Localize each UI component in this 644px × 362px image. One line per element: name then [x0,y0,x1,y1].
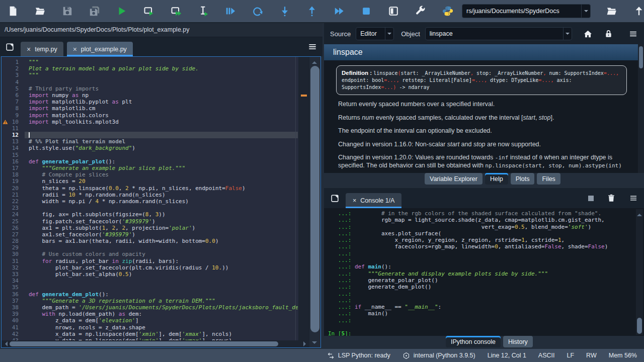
working-directory-combobox[interactable] [462,4,591,18]
help-paragraph: Return evenly spaced numbers over a spec… [338,101,625,109]
line-number: 9 [2,112,25,119]
stop-button[interactable] [360,5,372,17]
code-text: nrows, ncols = z_data.shape [25,324,298,331]
line-number: 29 [2,244,25,251]
help-object-input[interactable] [426,30,563,37]
home-icon[interactable] [583,29,593,39]
browse-tabs-icon[interactable] [330,194,340,203]
help-scroll-thumb[interactable] [639,46,643,68]
scroll-up-arrow-icon[interactable] [637,211,642,216]
code-line: 1""" [2,59,298,65]
close-icon[interactable]: × [353,197,356,204]
line-number: 5 [2,85,25,92]
step-return-button[interactable] [306,5,318,17]
interrupt-kernel-icon[interactable] [588,196,594,201]
scroll-right-arrow-icon[interactable] [303,341,308,346]
step-into-button[interactable] [279,5,291,17]
code-line: 42 x_data = np.linspace(dem['xmin'], dem… [2,331,298,337]
chevron-down-icon[interactable] [563,28,572,40]
chevron-down-icon[interactable] [385,28,393,40]
line-number: 12 [2,132,25,138]
line-number: 24 [2,211,25,218]
scroll-left-arrow-icon[interactable] [3,341,8,346]
console-options-menu-icon[interactable] [629,194,638,203]
code-editor[interactable]: 1"""2Plot a terrain model and a polar pl… [1,56,321,348]
line-number: 19 [2,178,25,185]
save-all-button[interactable] [89,5,101,17]
line-number: 42 [2,331,25,337]
re-run-cell-button[interactable] [252,5,264,17]
code-text: import matplotlib.colors [25,112,298,119]
run-file-button[interactable] [116,5,128,17]
chevron-down-icon[interactable] [581,5,590,18]
editor-horizontal-scrollbar[interactable] [2,340,309,347]
run-selection-button[interactable] [197,5,209,17]
code-line: 16def generate_polar_plot(): [2,158,298,165]
editor-scrollflag-area [298,57,309,340]
scroll-down-arrow-icon[interactable] [637,329,642,334]
maximize-pane-button[interactable] [387,5,399,17]
pane-tab-help[interactable]: Help [485,173,508,185]
browse-working-directory-button[interactable] [606,5,618,17]
code-text: def generate_polar_plot(): [25,158,298,165]
pane-tab-history[interactable]: History [503,336,533,347]
help-source-value: Editor [356,30,385,37]
console-tab-label: Console 1/A [360,197,394,204]
code-line: 33 plot_bar.set_alpha(0.5) [2,271,298,278]
preferences-button[interactable] [415,5,427,17]
help-source-select[interactable]: Editor [356,27,394,40]
code-text: for radius, plot_bar in zip(radii, bars)… [25,258,298,264]
save-button[interactable] [61,5,73,17]
console-line: ...: facecolors=rgb_map, linewidth=0, an… [328,243,644,250]
help-object-combobox[interactable] [425,27,572,40]
browse-tabs-icon[interactable] [5,42,15,52]
code-line: 3""" [2,72,298,78]
new-file-button[interactable] [7,5,19,17]
scroll-down-arrow-icon[interactable] [312,341,317,346]
editor-options-menu-icon[interactable] [307,42,317,52]
code-text: ax1 = plt.subplot(1, 2, 2, projection='p… [25,225,298,231]
help-scrollbar[interactable] [638,44,644,173]
pane-tab-plots[interactable]: Plots [511,173,535,185]
editor-file-path: /Users/juanis/Documents/SpyderDocs/Plots… [0,23,323,37]
trash-icon[interactable] [607,194,616,203]
code-text [25,152,298,158]
open-file-button[interactable] [34,5,46,17]
status-bar: LSP Python: readyinternal (Python 3.9.5)… [0,349,644,362]
status-item: internal (Python 3.9.5) [403,352,475,359]
line-number: 1 [2,59,25,65]
ipython-console[interactable]: ...: # in the rgb colors of the shaded s… [324,208,644,336]
continue-button[interactable] [333,5,345,17]
lock-icon[interactable] [604,29,613,39]
line-number: 17 [2,165,25,171]
help-options-menu-icon[interactable] [628,29,638,39]
line-number: 27 [2,231,25,238]
parent-directory-button[interactable] [633,5,644,17]
close-icon[interactable]: × [73,46,77,53]
pane-tab-variable-explorer[interactable]: Variable Explorer [425,173,482,185]
console-tab[interactable]: × Console 1/A [346,193,401,208]
editor-vscroll-thumb[interactable] [310,66,319,332]
scroll-up-arrow-icon[interactable] [312,59,317,64]
editor-vertical-scrollbar[interactable] [309,57,320,347]
editor-tab-temp.py[interactable]: ×temp.py [21,42,63,56]
code-line: 25 fig.patch.set_facecolor('#395979') [2,218,298,225]
status-item: Mem 56% [609,352,637,359]
close-icon[interactable]: × [27,46,31,53]
working-directory-input[interactable] [462,8,581,15]
lsp-icon [327,352,335,359]
editor-tab-plot_example.py[interactable]: ×plot_example.py [67,42,133,56]
run-cell-and-advance-button[interactable] [170,5,182,17]
editor-code[interactable]: 1"""2Plot a terrain model and a polar pl… [2,59,298,344]
debug-file-button[interactable] [224,5,236,17]
console-line: ...: vert_exag=0.5, blend_mode='soft') [328,224,644,230]
help-paragraph: Changed in version 1.20.0: Values are ro… [338,154,625,169]
code-line: 4 [2,79,298,85]
console-line: ...: generate_dem_plot() [328,284,644,290]
pane-tab-ipython-console[interactable]: IPython console [446,336,501,347]
console-line: ...: [328,250,644,257]
editor-hscroll-thumb[interactable] [10,341,278,346]
run-cell-button[interactable] [143,5,155,17]
console-scrollbar[interactable] [636,209,643,335]
pane-tab-files[interactable]: Files [537,173,560,185]
